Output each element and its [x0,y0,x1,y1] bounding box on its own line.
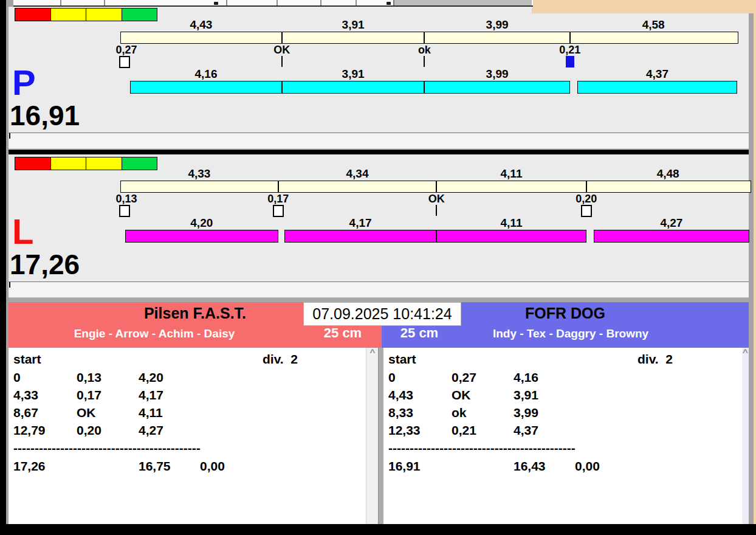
status-strip [9,281,749,298]
team-dog-names: Engie - Arrow - Achim - Daisy [21,327,288,340]
dog-time-label: 4,17 [284,218,436,229]
dog-bar-segment [282,81,425,94]
dog-time-cell: 4,20 [139,370,163,385]
change-marker-tick [436,205,437,216]
desktop-background-edge [754,0,756,524]
toolbar-glyph [214,2,218,5]
dog-bar-segment [130,81,282,94]
division-label: div. 2 [263,351,298,367]
split-bar [120,32,738,44]
dog-time-cell: 4,17 [139,387,163,403]
lane-letter: L [12,214,32,249]
traffic-light [122,9,157,21]
split-bar-tick [281,32,283,44]
dog-time-label: 4,20 [125,218,278,229]
change-marker-box [119,56,130,68]
dog-time-cell: 3,91 [514,387,538,403]
box-change-label: OK [255,44,309,55]
traffic-light [15,157,51,170]
dog-time-label: 3,99 [424,69,569,80]
scroll-up-icon[interactable]: ^ [366,348,379,357]
dog-time-cell: 4,16 [514,370,538,385]
cumulative-time-cell: 0 [388,370,396,385]
split-time-label: 4,34 [278,168,436,179]
cumulative-time-cell: 12,79 [13,423,46,438]
box-change-cell: 0,27 [452,370,476,385]
traffic-light [15,9,51,21]
cumulative-time-cell: 4,33 [13,387,38,403]
dog-time-label: 4,37 [577,69,737,80]
traffic-light [51,9,87,21]
dog-time-cell: 4,11 [139,405,163,421]
lane-panel-right: P 16,91 4,433,913,994,580,27OKok0,214,16… [9,7,749,133]
traffic-light [51,157,87,170]
box-change-cell: OK [77,405,96,421]
split-time-label: 4,11 [436,168,586,179]
change-marker-box [119,205,130,217]
cumulative-time-cell: 12,33 [388,423,421,438]
split-time-label: 4,33 [120,168,278,179]
dog-time-label: 4,16 [130,69,282,80]
right-table-scrollbar[interactable]: ^ [742,348,749,524]
box-change-label: OK [409,193,464,204]
results-table-left[interactable]: startdiv. 200,134,204,330,174,178,67OK4,… [9,348,366,524]
box-change-label: 0,13 [99,193,154,204]
split-bar-tick [278,181,279,193]
division-label: div. 2 [637,351,673,367]
box-change-cell: 0,13 [77,370,101,385]
toolbar-glyph [387,2,391,5]
cumulative-time-cell: 8,67 [13,405,38,421]
main-content: P 16,91 4,433,913,994,580,27OKok0,214,16… [9,7,749,524]
change-marker-tick [424,56,425,67]
traffic-light [86,157,122,170]
box-change-cell: 0,21 [452,423,476,438]
box-change-cell: ok [452,405,467,421]
datetime-display: 07.09.2025 10:41:24 [303,302,461,326]
dog-bar-segment [436,230,586,243]
penalty-time-cell: 0,00 [200,458,225,474]
dog-bar-segment [284,230,436,243]
dog-time-cell: 3,99 [514,405,538,421]
lane-panel-left: L 17,26 4,334,344,114,480,130,17OK0,204,… [9,156,749,281]
penalty-time-cell: 0,00 [575,458,600,474]
box-change-cell: 0,20 [77,423,101,438]
split-time-label: 4,48 [586,168,750,179]
dog-time-cell: 4,27 [139,423,163,438]
change-marker-box [273,205,284,217]
lane-total-time: 17,26 [10,250,80,278]
split-bar-tick [569,32,571,44]
clean-time-cell: 16,43 [514,458,546,474]
split-bar-tick [424,32,425,44]
dog-time-label: 4,27 [594,218,749,229]
separator-line: ----------------------------------------… [388,440,576,456]
scroll-up-icon[interactable]: ^ [742,348,749,357]
traffic-light [122,157,157,170]
top-toolbar-cutoff[interactable] [13,0,533,7]
box-change-label: 0,17 [251,193,306,204]
change-marker-blue [566,56,574,67]
lane-divider [9,150,749,154]
dog-time-label: 3,91 [282,69,425,80]
cumulative-time-cell: 8,33 [388,405,413,421]
start-label: start [13,351,41,367]
results-table-right[interactable]: startdiv. 200,274,164,43OK3,918,33ok3,99… [383,348,742,524]
dog-bar-segment [424,81,569,94]
bottom-section-top-bar [9,298,749,302]
jump-height: 25 cm [382,325,457,341]
split-time-label: 4,43 [120,19,282,30]
dog-bar-segment [594,230,749,243]
total-time-cell: 16,91 [388,458,421,474]
status-strip [9,133,749,149]
lane-total-time: 16,91 [10,102,80,129]
box-change-label: ok [397,44,452,55]
traffic-light [86,9,122,21]
desktop-background [532,0,756,13]
clean-time-cell: 16,75 [139,458,171,474]
box-change-label: 0,27 [99,44,154,55]
toolbar-segment [393,0,532,5]
split-time-label: 3,91 [282,19,425,30]
left-table-scrollbar[interactable]: ^ [366,348,379,524]
team-dog-names: Indy - Tex - Daggry - Browny [434,327,707,340]
change-marker-tick [281,56,283,67]
split-bar-tick [436,181,437,193]
